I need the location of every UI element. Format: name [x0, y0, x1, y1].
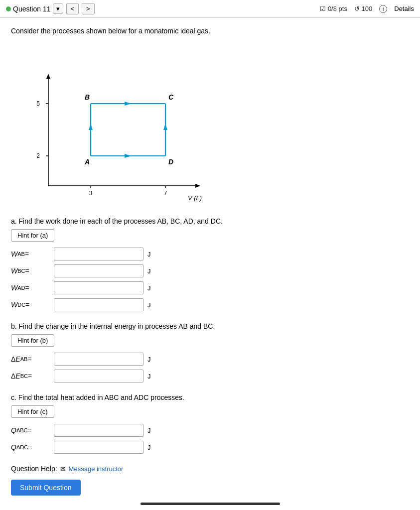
- w-ad-row: WAD = J: [11, 281, 409, 294]
- w-dc-unit: J: [147, 301, 151, 309]
- de-ab-row: ΔEAB = J: [11, 353, 409, 366]
- hint-a-button[interactable]: Hint for (a): [11, 229, 54, 242]
- w-bc-row: WBC = J: [11, 264, 409, 277]
- w-ad-label: WAD =: [11, 284, 51, 292]
- point-a-label: A: [84, 158, 90, 166]
- w-bc-input[interactable]: [54, 264, 143, 277]
- da-arrow: [125, 154, 132, 158]
- w-dc-label: WDC =: [11, 301, 51, 309]
- y-label-5: 5: [36, 100, 40, 107]
- point-d-label: D: [168, 158, 173, 166]
- main-content: Consider the processes shown below for a…: [0, 18, 420, 505]
- pv-diagram: p (atm) 2 5 3 7 V (L): [11, 39, 205, 208]
- w-ad-input[interactable]: [54, 281, 143, 294]
- submit-button[interactable]: Submit Question: [11, 480, 81, 496]
- w-dc-input[interactable]: [54, 298, 143, 311]
- timer-icon: ↺: [354, 5, 360, 12]
- q-abc-unit: J: [147, 427, 151, 434]
- next-question-button[interactable]: >: [82, 3, 95, 14]
- w-ad-unit: J: [147, 284, 151, 292]
- de-ab-label: ΔEAB =: [11, 355, 51, 363]
- problem-statement: Consider the processes shown below for a…: [11, 27, 409, 35]
- q-adc-row: QADC = J: [11, 441, 409, 454]
- submit-area: Submit Question: [11, 473, 409, 496]
- score-label: ☑ 0/8 pts: [320, 5, 347, 12]
- checkbox-icon: ☑: [320, 5, 326, 12]
- top-bar-right: ☑ 0/8 pts ↺ 100 i Details: [320, 5, 414, 13]
- bottom-bar: [140, 503, 280, 505]
- de-bc-unit: J: [147, 373, 151, 380]
- part-b-label: b. Find the change in the internal energ…: [11, 322, 409, 330]
- question-help-label: Question Help:: [11, 465, 57, 473]
- question-dropdown[interactable]: ▾: [53, 3, 63, 14]
- de-ab-unit: J: [147, 356, 151, 363]
- prev-question-button[interactable]: <: [66, 3, 79, 14]
- timer-label: ↺ 100: [354, 5, 372, 12]
- q-abc-label: QABC =: [11, 426, 51, 434]
- y-axis-arrow: [46, 74, 50, 79]
- message-instructor-link[interactable]: Message instructor: [69, 465, 124, 473]
- point-b-label: B: [85, 93, 90, 101]
- bc-arrow: [125, 102, 132, 106]
- status-dot: [6, 6, 11, 11]
- w-ab-input[interactable]: [54, 248, 143, 260]
- hint-b-button[interactable]: Hint for (b): [11, 334, 54, 347]
- info-icon: i: [379, 5, 387, 13]
- q-adc-unit: J: [147, 444, 151, 451]
- de-bc-input[interactable]: [54, 370, 143, 382]
- w-ab-label: WAB =: [11, 250, 51, 258]
- part-a-section: a. Find the work done in each of the pro…: [11, 217, 409, 311]
- question-selector: Question 11 ▾: [6, 3, 63, 14]
- question-help: Question Help: ✉ Message instructor: [11, 465, 409, 473]
- part-c-label: c. Find the total heat added in ABC and …: [11, 393, 409, 401]
- top-bar: Question 11 ▾ < > ☑ 0/8 pts ↺ 100 i Deta…: [0, 0, 420, 18]
- w-bc-label: WBC =: [11, 267, 51, 275]
- x-axis-arrow: [195, 184, 200, 188]
- cd-arrow: [163, 124, 167, 130]
- y-label-2: 2: [36, 152, 40, 159]
- x-label-3: 3: [89, 190, 93, 197]
- w-dc-row: WDC = J: [11, 298, 409, 311]
- q-adc-input[interactable]: [54, 441, 143, 454]
- part-a-label: a. Find the work done in each of the pro…: [11, 217, 409, 225]
- message-icon: ✉: [60, 465, 66, 473]
- x-axis-label: V (L): [188, 194, 202, 202]
- de-ab-input[interactable]: [54, 353, 143, 366]
- q-adc-label: QADC =: [11, 443, 51, 451]
- top-bar-left: Question 11 ▾ < >: [6, 3, 95, 14]
- de-bc-row: ΔEBC = J: [11, 370, 409, 382]
- graph-container: p (atm) 2 5 3 7 V (L): [11, 39, 205, 208]
- w-ab-unit: J: [147, 251, 151, 258]
- part-b-section: b. Find the change in the internal energ…: [11, 322, 409, 382]
- score-value: 0/8 pts: [328, 5, 347, 12]
- hint-c-button[interactable]: Hint for (c): [11, 405, 54, 418]
- w-bc-unit: J: [147, 267, 151, 275]
- x-label-7: 7: [164, 190, 167, 197]
- de-bc-label: ΔEBC =: [11, 372, 51, 380]
- part-c-section: c. Find the total heat added in ABC and …: [11, 393, 409, 454]
- timer-value: 100: [362, 5, 373, 12]
- q-abc-row: QABC = J: [11, 424, 409, 437]
- ab-arrow: [89, 124, 93, 130]
- point-c-label: C: [168, 93, 174, 101]
- w-ab-row: WAB = J: [11, 248, 409, 260]
- q-abc-input[interactable]: [54, 424, 143, 437]
- question-label: Question 11: [13, 5, 51, 13]
- details-link[interactable]: Details: [394, 5, 414, 12]
